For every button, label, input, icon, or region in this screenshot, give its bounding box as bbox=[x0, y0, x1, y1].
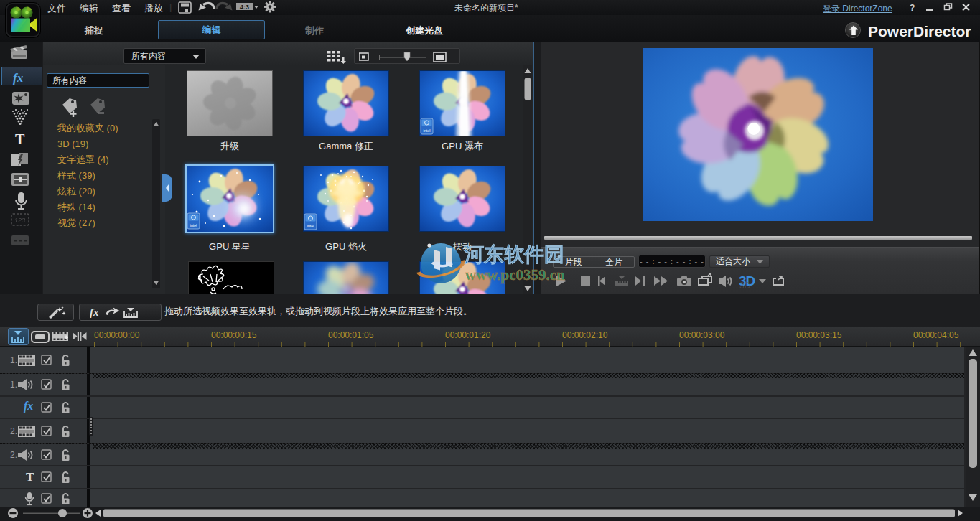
svg-text:123: 123 bbox=[14, 217, 25, 224]
svg-text:河东软件园: 河东软件园 bbox=[463, 243, 564, 266]
svg-text:fx: fx bbox=[13, 71, 24, 85]
svg-text:fx: fx bbox=[90, 306, 99, 318]
svg-text:?: ? bbox=[910, 3, 915, 13]
svg-text:T: T bbox=[15, 131, 25, 147]
svg-text:www.pc0359.cn: www.pc0359.cn bbox=[465, 266, 565, 283]
svg-text:3D: 3D bbox=[739, 281, 751, 290]
svg-text:4:3: 4:3 bbox=[240, 4, 249, 11]
